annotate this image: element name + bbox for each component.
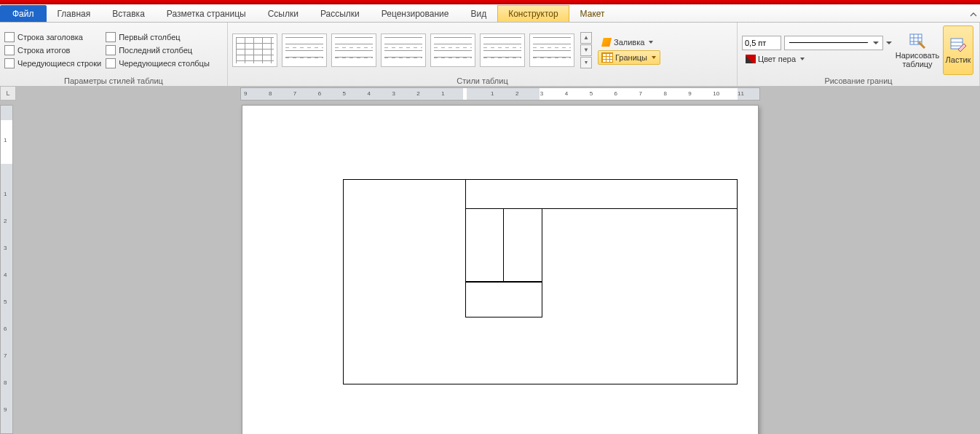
draw-table-icon — [909, 32, 926, 50]
gallery-down-icon[interactable]: ▼ — [580, 44, 592, 56]
tab-references[interactable]: Ссылки — [257, 5, 309, 22]
table-style-thumb[interactable] — [282, 33, 327, 67]
eraser-button[interactable]: Ластик — [943, 25, 973, 75]
table-cell[interactable] — [465, 281, 542, 317]
group-table-styles: ▲ ▼ ▾ Заливка Границы Стили таблиц — [228, 23, 738, 87]
label: Заливка — [614, 38, 644, 47]
group-title: Рисование границ — [742, 76, 975, 87]
chk-last-column[interactable]: Последний столбец — [106, 45, 210, 55]
group-draw-borders: 0,5 пт Цвет пера — [738, 23, 980, 87]
chk-label: Строка заголовка — [17, 33, 83, 42]
table-styles-gallery[interactable]: ▲ ▼ ▾ — [232, 32, 592, 69]
shading-button[interactable]: Заливка — [598, 36, 660, 49]
gallery-scroll: ▲ ▼ ▾ — [580, 32, 592, 69]
chk-label: Строка итогов — [17, 46, 70, 55]
table-style-thumb[interactable] — [331, 33, 376, 67]
chk-total-row[interactable]: Строка итогов — [4, 45, 101, 55]
chevron-down-icon — [651, 55, 657, 60]
chevron-down-icon — [648, 39, 654, 45]
table-style-thumb[interactable] — [529, 33, 574, 67]
bucket-icon — [601, 38, 612, 47]
document-page[interactable] — [242, 105, 759, 434]
ribbon: Строка заголовка Строка итогов Чередующи… — [0, 23, 980, 87]
tab-page-layout[interactable]: Разметка страницы — [156, 5, 257, 22]
pen-style-select[interactable] — [784, 36, 883, 50]
pen-width-select[interactable]: 0,5 пт — [742, 36, 781, 50]
draw-table-button[interactable]: Нарисовать таблицу — [895, 25, 940, 75]
ribbon-tabs: Файл Главная Вставка Разметка страницы С… — [0, 4, 980, 23]
borders-icon — [601, 52, 613, 63]
tab-review[interactable]: Рецензирование — [371, 5, 460, 22]
chk-banded-columns[interactable]: Чередующиеся столбцы — [106, 58, 210, 68]
label: Цвет пера — [758, 55, 796, 63]
chk-first-column[interactable]: Первый столбец — [106, 32, 210, 42]
table-style-thumb[interactable] — [232, 33, 277, 67]
chk-label: Первый столбец — [119, 33, 180, 42]
group-style-options: Строка заголовка Строка итогов Чередующи… — [0, 23, 228, 87]
eraser-icon — [949, 36, 967, 54]
workspace: L 9876543211234567891011 112345678910 — [0, 86, 980, 434]
chk-label: Последний столбец — [119, 46, 192, 55]
group-title: Стили таблиц — [232, 76, 732, 87]
tab-view[interactable]: Вид — [459, 5, 497, 22]
chk-banded-rows[interactable]: Чередующиеся строки — [4, 58, 101, 68]
pen-color-button[interactable]: Цвет пера — [742, 52, 893, 66]
tab-insert[interactable]: Вставка — [101, 5, 156, 22]
table-style-thumb[interactable] — [381, 33, 426, 67]
value: 0,5 пт — [745, 39, 766, 47]
chk-label: Чередующиеся столбцы — [119, 59, 210, 68]
tab-design[interactable]: Конструктор — [497, 5, 569, 22]
chevron-down-icon[interactable] — [885, 39, 893, 47]
tab-mailings[interactable]: Рассылки — [309, 5, 371, 22]
label: Нарисовать таблицу — [896, 51, 939, 68]
vertical-ruler[interactable]: 112345678910 — [0, 105, 13, 434]
table-row[interactable] — [465, 179, 737, 209]
ruler-corner[interactable]: L — [0, 86, 16, 100]
chevron-down-icon — [799, 56, 805, 62]
chk-header-row[interactable]: Строка заголовка — [4, 32, 101, 42]
label: Границы — [615, 53, 647, 62]
horizontal-ruler[interactable]: 9876543211234567891011 — [240, 87, 760, 100]
table-style-thumb[interactable] — [430, 33, 475, 67]
chevron-down-icon — [872, 39, 880, 47]
borders-button[interactable]: Границы — [598, 50, 660, 65]
gallery-more-icon[interactable]: ▾ — [580, 57, 592, 68]
ribbon-collapse-icon[interactable] — [967, 9, 980, 22]
table-style-thumb[interactable] — [480, 33, 525, 67]
tab-home[interactable]: Главная — [47, 5, 102, 22]
group-title: Параметры стилей таблиц — [4, 76, 223, 87]
pen-icon — [746, 55, 756, 63]
table-cell[interactable] — [465, 208, 542, 283]
tab-file[interactable]: Файл — [0, 5, 47, 22]
gallery-up-icon[interactable]: ▲ — [580, 32, 592, 44]
label: Ластик — [946, 55, 971, 64]
table-divider[interactable] — [503, 208, 504, 281]
chk-label: Чередующиеся строки — [17, 59, 101, 68]
tab-layout[interactable]: Макет — [569, 5, 616, 22]
